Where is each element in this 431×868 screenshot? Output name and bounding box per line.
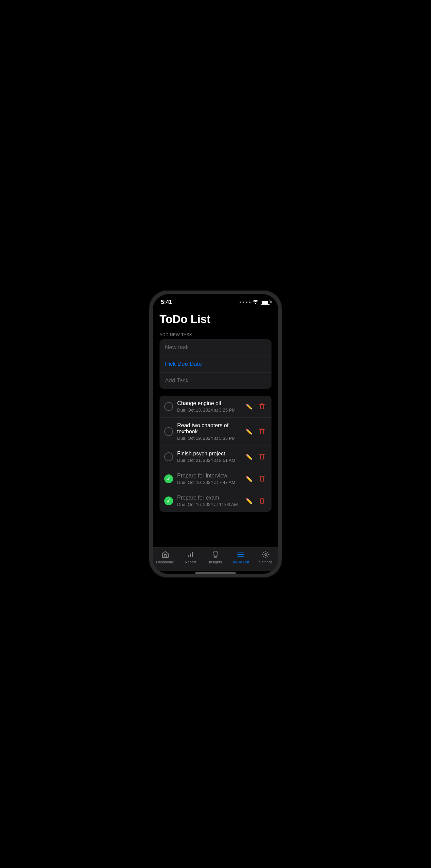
tab-report[interactable]: Report — [178, 550, 203, 564]
task-item-5: ✓ Prepare for exam Due: Oct 16, 2024 at … — [160, 490, 271, 512]
pick-date-button[interactable]: Pick Due Date — [160, 356, 271, 373]
task-due-3: Due: Oct 21, 2024 at 8:51 AM — [177, 458, 240, 463]
task-list: Change engine oil Due: Oct 13, 2024 at 3… — [160, 396, 271, 512]
task-name-2: Read two chapters of textbook — [177, 422, 240, 435]
task-actions-5: ✏️ — [244, 495, 267, 507]
edit-icon-4: ✏️ — [246, 476, 252, 482]
delete-task-1-button[interactable] — [257, 401, 267, 412]
add-task-card: Pick Due Date Add Task — [160, 339, 271, 389]
signal-dots — [240, 302, 250, 303]
svg-point-7 — [238, 554, 239, 555]
home-indicator — [195, 572, 236, 574]
task-checkbox-3[interactable] — [164, 452, 173, 461]
add-task-label: ADD NEW TASK — [160, 332, 271, 337]
settings-icon — [262, 550, 270, 559]
task-actions-2: ✏️ — [244, 426, 267, 437]
svg-point-6 — [238, 553, 239, 554]
task-info-3: Finish psych project Due: Oct 21, 2024 a… — [177, 451, 240, 463]
task-item-2: Read two chapters of textbook Due: Oct 1… — [160, 418, 271, 446]
edit-task-4-button[interactable]: ✏️ — [244, 474, 254, 484]
task-checkbox-2[interactable] — [164, 427, 173, 436]
trash-icon-2 — [259, 428, 265, 435]
phone-frame: 5:41 — [149, 291, 282, 577]
battery-fill — [262, 301, 268, 304]
tab-todo[interactable]: To-Do List — [228, 550, 253, 564]
tab-settings[interactable]: Settings — [253, 550, 278, 564]
main-content: ToDo List ADD NEW TASK Pick Due Date Add… — [153, 307, 278, 547]
dot-2 — [243, 302, 244, 303]
tab-dashboard[interactable]: Dashboard — [153, 550, 178, 564]
todo-list-icon — [237, 550, 245, 559]
tab-settings-label: Settings — [259, 560, 273, 564]
delete-task-5-button[interactable] — [257, 495, 267, 507]
dot-1 — [240, 302, 241, 303]
task-name-1: Change engine oil — [177, 400, 240, 406]
task-checkbox-5[interactable]: ✓ — [164, 496, 173, 505]
edit-icon-1: ✏️ — [246, 404, 252, 410]
delete-task-2-button[interactable] — [257, 426, 267, 437]
task-info-5: Prepare for exam Due: Oct 16, 2024 at 11… — [177, 495, 240, 507]
edit-task-1-button[interactable]: ✏️ — [244, 402, 254, 411]
task-actions-1: ✏️ — [244, 401, 267, 412]
svg-point-9 — [265, 554, 267, 556]
add-task-button[interactable]: Add Task — [160, 373, 271, 389]
edit-task-5-button[interactable]: ✏️ — [244, 496, 254, 506]
battery-icon — [261, 300, 270, 305]
tab-dashboard-label: Dashboard — [156, 560, 174, 564]
dot-4 — [249, 302, 250, 303]
wifi-icon — [252, 300, 259, 305]
task-checkbox-1[interactable] — [164, 402, 173, 411]
dynamic-island — [195, 298, 236, 310]
task-item-1: Change engine oil Due: Oct 13, 2024 at 3… — [160, 396, 271, 418]
task-name-4: Prepare for interview — [177, 473, 240, 479]
task-item-4: ✓ Prepare for interview Due: Oct 10, 202… — [160, 468, 271, 490]
tab-bar: Dashboard Report Insights — [153, 547, 278, 571]
page-title: ToDo List — [160, 312, 271, 326]
new-task-input[interactable] — [160, 339, 271, 356]
report-icon — [186, 550, 194, 559]
edit-task-2-button[interactable]: ✏️ — [244, 427, 254, 436]
task-info-1: Change engine oil Due: Oct 13, 2024 at 3… — [177, 400, 240, 413]
task-due-1: Due: Oct 13, 2024 at 3:25 PM — [177, 408, 240, 413]
task-checkbox-4[interactable]: ✓ — [164, 474, 173, 483]
task-item-3: Finish psych project Due: Oct 21, 2024 a… — [160, 446, 271, 468]
task-actions-4: ✏️ — [244, 473, 267, 485]
trash-icon-3 — [259, 453, 265, 460]
tab-insights[interactable]: Insights — [203, 550, 228, 564]
checkmark-5: ✓ — [167, 498, 171, 504]
delete-task-4-button[interactable] — [257, 473, 267, 485]
trash-icon-5 — [259, 497, 265, 504]
insights-icon — [211, 550, 220, 559]
status-icons — [240, 300, 270, 305]
task-due-4: Due: Oct 10, 2024 at 7:47 AM — [177, 480, 240, 485]
trash-icon-1 — [259, 402, 265, 410]
add-task-section: ADD NEW TASK Pick Due Date Add Task — [160, 332, 271, 389]
tab-insights-label: Insights — [209, 560, 222, 564]
edit-icon-2: ✏️ — [246, 429, 252, 435]
task-actions-3: ✏️ — [244, 451, 267, 463]
edit-icon-3: ✏️ — [246, 454, 252, 460]
delete-task-3-button[interactable] — [257, 451, 267, 463]
task-name-3: Finish psych project — [177, 451, 240, 457]
edit-task-3-button[interactable]: ✏️ — [244, 452, 254, 462]
home-icon — [161, 550, 169, 559]
svg-rect-0 — [188, 555, 189, 557]
task-due-2: Due: Oct 19, 2024 at 5:35 PM — [177, 436, 240, 441]
task-name-5: Prepare for exam — [177, 495, 240, 501]
task-due-5: Due: Oct 16, 2024 at 11:03 AM — [177, 502, 240, 507]
tab-todo-label: To-Do List — [232, 560, 249, 564]
screen: 5:41 — [153, 294, 278, 574]
status-time: 5:41 — [161, 299, 172, 306]
trash-icon-4 — [259, 475, 265, 482]
task-info-4: Prepare for interview Due: Oct 10, 2024 … — [177, 473, 240, 485]
task-info-2: Read two chapters of textbook Due: Oct 1… — [177, 422, 240, 441]
svg-point-8 — [238, 556, 239, 557]
tab-report-label: Report — [185, 560, 196, 564]
svg-rect-2 — [192, 552, 193, 557]
edit-icon-5: ✏️ — [246, 498, 252, 504]
dot-3 — [246, 302, 247, 303]
svg-rect-1 — [190, 554, 191, 557]
checkmark-4: ✓ — [167, 476, 171, 482]
